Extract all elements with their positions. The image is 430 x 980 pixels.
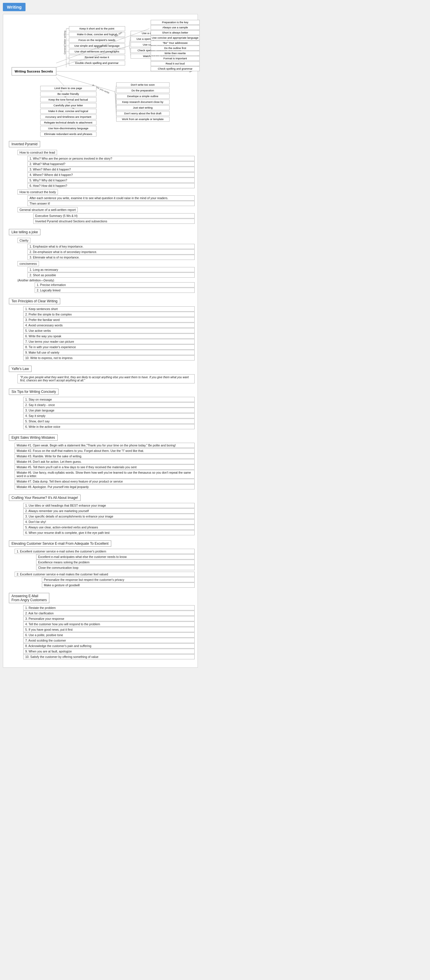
list-item: 3. Personalize your response: [23, 616, 195, 621]
svg-text:Keep research document close b: Keep research document close by: [122, 100, 163, 103]
svg-text:Use short sentences and paragr: Use short sentences and paragraphs: [75, 50, 119, 53]
list-item: 6. How? How did it happen?: [27, 183, 195, 188]
list-item: 2. Prefer the simple to the complex: [23, 312, 195, 317]
list-item: 3. Use specific details of accomplishmen…: [23, 514, 195, 519]
list-item: 6. When your resume draft is complete, g…: [23, 530, 195, 535]
section-six-tips: Six Tips for Writing Concisely 1. Stay o…: [6, 388, 195, 429]
list-item: 4. Say it simply: [23, 413, 195, 418]
list-item: Mistake #3. Ramble. Write for the sake o…: [14, 453, 195, 459]
list-item: 3. Use plain language: [23, 408, 195, 413]
mindmap-center: Writing Success Secrets: [14, 70, 53, 73]
svg-text:"Be" Your addressee: "Be" Your addressee: [162, 41, 188, 45]
list-item: 8. Acknowledge the customer's pain and s…: [23, 643, 195, 649]
list-item: 1. Restate the problem: [23, 605, 195, 610]
list-item: 6. Write the way you speak: [23, 334, 195, 339]
svg-text:Be reader friendly: Be reader friendly: [57, 92, 79, 95]
list-item: Mistake #2. Focus on the stuff that matt…: [14, 448, 195, 453]
page-title: Writing: [3, 3, 25, 11]
list-item: 5. If you have good news, put it first: [23, 627, 195, 632]
svg-line-41: [129, 46, 131, 56]
six-tips-title: Six Tips for Writing Concisely: [9, 388, 59, 395]
section-elevating-customer: Elevating Customer Service E-mail From A…: [6, 541, 195, 588]
svg-text:Review and revise it: Review and revise it: [84, 56, 109, 59]
list-item: 5. Use active verbs: [23, 328, 195, 333]
list-item: 1. Keep sentences short: [23, 306, 195, 312]
list-item: Then answer it!: [27, 201, 195, 206]
list-item: 1. Emphasize what is of key importance.: [27, 244, 195, 249]
svg-text:Format is important: Format is important: [163, 57, 187, 60]
svg-text:Write then rewrite: Write then rewrite: [164, 52, 186, 55]
svg-text:Use Non-discriminatory languag: Use Non-discriminatory language: [48, 127, 88, 130]
list-item: Excellence means solving the problem: [36, 560, 195, 565]
list-item: 6. Write in the active voice: [23, 424, 195, 429]
construct-body-title: How to construct the body: [18, 189, 58, 194]
yaffes-law-title: Yaffe's Law: [9, 366, 32, 372]
eight-sales-title: Eight Sales Writing Mistakes: [9, 434, 57, 441]
list-item: 2. Say it clearly - once: [23, 402, 195, 407]
writing-success-secrets-mindmap: Writing Success Secrets General letter w…: [6, 17, 195, 135]
list-item: 5. Why? Why did it happen?: [27, 178, 195, 183]
list-item: 8. Tie in with your reader's experience: [23, 344, 195, 350]
list-item: 1. Who? Who are the person or persons in…: [27, 156, 195, 161]
answering-email-title: Answering E-Mail From Angry Customers: [9, 593, 49, 603]
svg-text:Do the outline first: Do the outline first: [164, 46, 186, 49]
list-item: 3. Prefer the familiar word: [23, 317, 195, 322]
svg-text:Relegate technical details to : Relegate technical details to attachment: [44, 121, 92, 124]
density-note: (Another definition—Density): [18, 279, 54, 282]
general-structure-title: General structure of a well-written repo…: [18, 207, 78, 212]
section-crafting-resume: Crafting Your Resume? It's All About Ima…: [6, 495, 195, 535]
list-item: Close the communication loop: [36, 565, 195, 570]
section-like-telling-joke: Like telling a joke Clarity 1. Emphasize…: [6, 229, 195, 293]
list-item: 2. Logically linked: [35, 288, 195, 293]
list-item: 2. Excellent customer service e-mail mak…: [14, 572, 195, 577]
list-item: After each sentence you write, examine i…: [27, 196, 195, 200]
list-item: 5. Always use clear, action-oriented ver…: [23, 525, 195, 530]
list-item: 10. Satisfy the customer by offering som…: [23, 654, 195, 659]
list-item: 3. Eliminate what is of no importance.: [27, 255, 195, 260]
svg-text:Do the preparation: Do the preparation: [132, 89, 154, 92]
list-item: Mistake #6. Use fancy, multi-syllabic wo…: [14, 470, 195, 479]
list-item: 4. Don't be shy!: [23, 519, 195, 524]
svg-text:Preparation is the key: Preparation is the key: [162, 21, 188, 24]
svg-text:Short is always better: Short is always better: [162, 31, 188, 34]
main-container: Writing Success Secrets General letter w…: [3, 14, 198, 668]
svg-text:Carefully plan your letter: Carefully plan your letter: [54, 104, 83, 107]
list-item: 4. Tell the customer how you will respon…: [23, 622, 195, 627]
list-item: 1. Use titles or skill headings that BES…: [23, 503, 195, 508]
clarity-title: Clarity: [18, 238, 30, 243]
svg-text:Just start writing: Just start writing: [133, 106, 153, 109]
inverted-pyramid-title: Inverted Pyramid: [9, 141, 40, 147]
conciseness-title: conciseness: [18, 261, 39, 266]
svg-text:Develope a simple outline: Develope a simple outline: [127, 95, 159, 98]
elevating-customer-title: Elevating Customer Service E-mail From A…: [9, 541, 111, 547]
svg-text:Keep it short and to the point: Keep it short and to the point: [80, 27, 115, 30]
svg-text:Don't write too soon: Don't write too soon: [131, 83, 155, 86]
list-item: Personalize the response but respect the…: [42, 577, 195, 582]
svg-text:Don't worry about the first dr: Don't worry about the first draft: [124, 112, 161, 115]
list-item: 2. Always remember you are marketing you…: [23, 508, 195, 514]
mindmap-svg: Writing Success Secrets General letter w…: [6, 17, 201, 135]
list-item: 4. Avoid unnecessary words: [23, 323, 195, 328]
list-item: Excellent e-mail anticipates what else t…: [36, 554, 195, 559]
section-inverted-pyramid: Inverted Pyramid How to construct the le…: [6, 141, 195, 224]
section-ten-principles: Ten Principles of Clear Writing 1. Keep …: [6, 298, 195, 361]
list-item: 1. Stay on message: [23, 397, 195, 402]
svg-text:Focus on the recipient's needs: Focus on the recipient's needs: [78, 38, 116, 41]
svg-text:Make it clear, concise and log: Make it clear, concise and logical: [77, 33, 117, 36]
list-item: Mistake #5. Tell them you'll call in a f…: [14, 465, 195, 470]
list-item: 2. Ask for clarification: [23, 611, 195, 616]
svg-text:Use concise and appropriate la: Use concise and appropriate language: [152, 36, 199, 39]
construct-lead-title: How to construct the lead: [18, 150, 57, 155]
list-item: Mistake #1. Open weak. Begin with a stat…: [14, 443, 195, 448]
list-item: 2. De-emphasize what is of secondary imp…: [27, 249, 195, 255]
list-item: Inverted Pyramid structrued Sections and…: [33, 219, 195, 224]
svg-text:Work from an example or templa: Work from an example or template: [122, 118, 164, 121]
list-item: Mistake #7. Data dump. Tell them about e…: [14, 479, 195, 484]
like-telling-joke-title: Like telling a joke: [9, 229, 40, 235]
list-item: 5. Show, don't say: [23, 418, 195, 424]
list-item: Executive Summary (5 Ws & H): [33, 213, 195, 218]
list-item: 2. Short as possible: [27, 272, 195, 278]
section-yaffes-law: Yaffe's Law "If you give people what the…: [6, 366, 195, 383]
list-item: 3. When? When did it happen?: [27, 167, 195, 172]
svg-text:Check spelling and grammar: Check spelling and grammar: [158, 67, 193, 70]
